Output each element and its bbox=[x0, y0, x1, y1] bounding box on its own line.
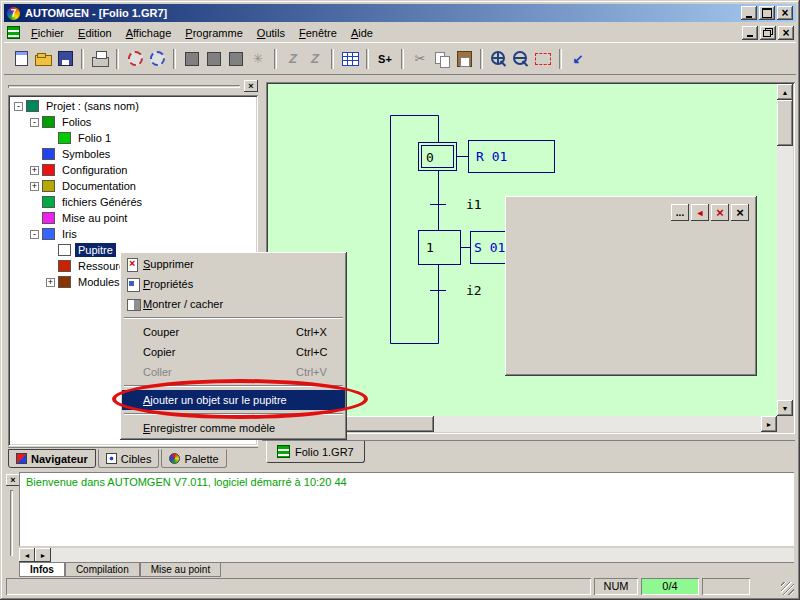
context-menu-item-ajouter-objet-pupitre[interactable]: Ajouter un objet sur le pupitre bbox=[122, 390, 345, 410]
tree-panel-gripper[interactable] bbox=[8, 79, 258, 93]
tree-item-iris[interactable]: - Iris bbox=[10, 226, 258, 242]
paste-icon[interactable] bbox=[453, 48, 475, 70]
scroll-right-icon[interactable]: ► bbox=[761, 416, 777, 432]
context-menu-item-enregistrer-modele[interactable]: Enregistrer comme modèle bbox=[122, 418, 345, 438]
run-icon[interactable] bbox=[181, 48, 203, 70]
log-horizontal-scrollbar[interactable]: ◄ ► bbox=[19, 548, 794, 562]
tree-item-configuration[interactable]: + Configuration bbox=[10, 162, 258, 178]
scroll-track[interactable] bbox=[51, 548, 794, 562]
documentation-icon bbox=[42, 180, 55, 192]
delete-button[interactable] bbox=[711, 204, 729, 221]
disconnect-icon[interactable] bbox=[304, 48, 326, 70]
pan-icon[interactable] bbox=[567, 48, 589, 70]
menu-item-affichage[interactable]: Affichage bbox=[119, 25, 179, 41]
tree-item-label-selected: Pupitre bbox=[75, 243, 116, 257]
maximize-button[interactable] bbox=[759, 6, 775, 20]
stop-icon[interactable] bbox=[203, 48, 225, 70]
minimize-button[interactable] bbox=[741, 6, 757, 20]
context-menu-item-supprimer[interactable]: Supprimer bbox=[122, 254, 345, 274]
step-0-action: R 01 bbox=[476, 149, 507, 164]
tab-infos[interactable]: Infos bbox=[19, 563, 65, 577]
save-icon[interactable] bbox=[54, 48, 76, 70]
zoom-in-icon[interactable] bbox=[488, 48, 510, 70]
tree-item-fichiers-generes[interactable]: fichiers Générés bbox=[10, 194, 258, 210]
close-panel-button[interactable] bbox=[244, 80, 258, 92]
copy-icon[interactable] bbox=[431, 48, 453, 70]
tab-navigateur[interactable]: Navigateur bbox=[8, 449, 96, 468]
window-title: AUTOMGEN - [Folio 1.GR7] bbox=[25, 7, 739, 19]
close-button[interactable] bbox=[777, 6, 793, 20]
zoom-out-icon[interactable] bbox=[510, 48, 532, 70]
vertical-scroll-thumb[interactable] bbox=[777, 100, 793, 146]
open-project-icon[interactable] bbox=[32, 48, 54, 70]
tab-compilation[interactable]: Compilation bbox=[65, 563, 140, 577]
folio-child-window-icon[interactable] bbox=[7, 26, 20, 39]
connect-icon[interactable] bbox=[282, 48, 304, 70]
cibles-icon bbox=[106, 453, 117, 464]
scroll-right-icon[interactable]: ► bbox=[35, 548, 51, 562]
tree-item-mise-au-point[interactable]: Mise au point bbox=[10, 210, 258, 226]
breakpoints-icon[interactable] bbox=[247, 48, 269, 70]
menu-item-outils[interactable]: Outils bbox=[250, 25, 292, 41]
tree-item-folio-1[interactable]: Folio 1 bbox=[10, 130, 258, 146]
menu-item-programme[interactable]: Programme bbox=[178, 25, 249, 41]
cut-icon[interactable] bbox=[409, 48, 431, 70]
tab-palette[interactable]: Palette bbox=[161, 449, 226, 468]
expand-toggle[interactable]: + bbox=[30, 182, 39, 191]
resize-grip[interactable] bbox=[781, 582, 794, 595]
tree-item-projet[interactable]: - Projet : (sans nom) bbox=[10, 98, 258, 114]
menu-item-fichier[interactable]: Fichier bbox=[24, 25, 71, 41]
scroll-down-icon[interactable]: ▼ bbox=[777, 400, 793, 416]
more-button[interactable]: ... bbox=[671, 204, 689, 221]
close-log-panel-button[interactable] bbox=[6, 474, 20, 486]
context-menu-item-copier[interactable]: Copier Ctrl+C bbox=[122, 342, 345, 362]
toolbar: S+ bbox=[4, 42, 796, 75]
expand-placeholder bbox=[30, 198, 39, 207]
zoom-selection-icon[interactable] bbox=[532, 48, 554, 70]
configuration-icon bbox=[42, 164, 55, 176]
expand-toggle[interactable]: + bbox=[30, 166, 39, 175]
tree-item-folios[interactable]: - Folios bbox=[10, 114, 258, 130]
compile-icon[interactable] bbox=[124, 48, 146, 70]
print-icon[interactable] bbox=[89, 48, 111, 70]
expand-toggle[interactable]: - bbox=[30, 230, 39, 239]
folio-tab-label: Folio 1.GR7 bbox=[295, 446, 354, 458]
menu-item-aide[interactable]: Aide bbox=[344, 25, 380, 41]
context-menu-item-proprietes[interactable]: Propriétés bbox=[122, 274, 345, 294]
fichiers-generes-icon bbox=[42, 196, 55, 208]
pause-icon[interactable] bbox=[225, 48, 247, 70]
child-restore-button[interactable] bbox=[760, 26, 776, 40]
compile-all-icon[interactable] bbox=[146, 48, 168, 70]
gripper-handle[interactable] bbox=[8, 85, 240, 88]
context-menu-item-montrer-cacher[interactable]: Montrer / cacher bbox=[122, 294, 345, 314]
close-pupitre-button[interactable] bbox=[731, 204, 749, 221]
menu-item-edition[interactable]: Edition bbox=[71, 25, 119, 41]
expand-toggle[interactable]: - bbox=[14, 102, 23, 111]
menu-separator bbox=[124, 317, 343, 319]
child-minimize-button[interactable] bbox=[742, 26, 758, 40]
title-bar[interactable]: 7 AUTOMGEN - [Folio 1.GR7] bbox=[4, 4, 796, 22]
log-panel-gripper[interactable] bbox=[10, 490, 13, 556]
expand-toggle[interactable]: + bbox=[46, 278, 55, 287]
tab-label: Navigateur bbox=[31, 453, 88, 465]
tab-mise-au-point[interactable]: Mise au point bbox=[140, 563, 221, 577]
menu-item-fenetre[interactable]: Fenêtre bbox=[292, 25, 344, 41]
context-menu-item-couper[interactable]: Couper Ctrl+X bbox=[122, 322, 345, 342]
new-folio-icon[interactable] bbox=[10, 48, 32, 70]
scrollbar-corner bbox=[777, 416, 793, 432]
expand-toggle[interactable]: - bbox=[30, 118, 39, 127]
counter-indicator: 0/4 bbox=[641, 578, 699, 595]
tree-item-documentation[interactable]: + Documentation bbox=[10, 178, 258, 194]
tab-cibles[interactable]: Cibles bbox=[98, 449, 160, 468]
back-arrow-button[interactable] bbox=[691, 204, 709, 221]
project-icon bbox=[26, 100, 39, 112]
tab-folio-1[interactable]: Folio 1.GR7 bbox=[266, 441, 365, 463]
iris-pupitre-window[interactable]: ... bbox=[505, 196, 757, 376]
child-close-button[interactable] bbox=[778, 26, 794, 40]
tree-item-symboles[interactable]: Symboles bbox=[10, 146, 258, 162]
symbols-icon[interactable]: S+ bbox=[374, 48, 396, 70]
grid-icon[interactable] bbox=[339, 48, 361, 70]
scroll-left-icon[interactable]: ◄ bbox=[19, 548, 35, 562]
canvas-vertical-scrollbar[interactable]: ▲ ▼ bbox=[777, 84, 793, 416]
scroll-up-icon[interactable]: ▲ bbox=[777, 84, 793, 100]
